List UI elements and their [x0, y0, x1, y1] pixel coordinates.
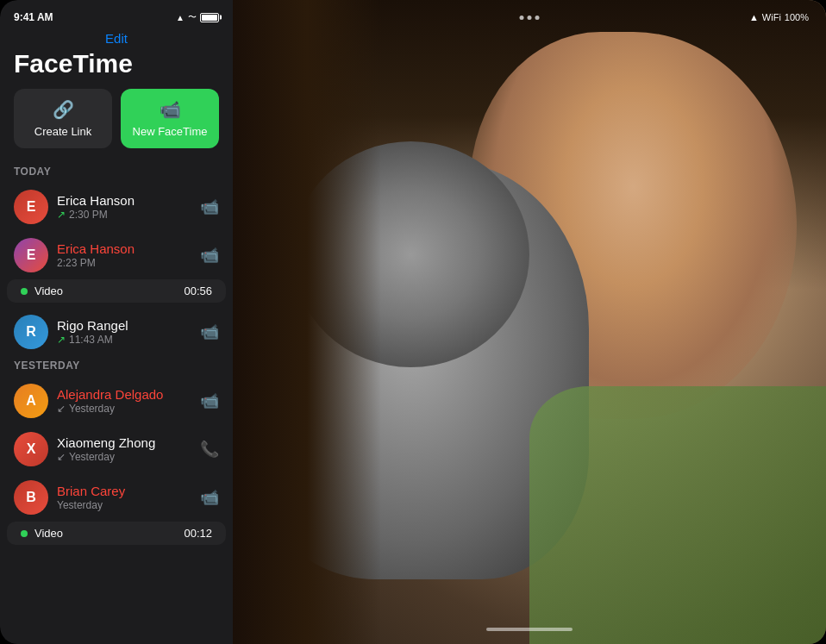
- call-name-alejandra: Alejandra Delgado: [57, 387, 191, 402]
- sidebar: 9:41 AM ▲ 〜 Edit FaceTime 🔗 Create Link …: [0, 0, 233, 644]
- audio-call-action-xiaomeng[interactable]: 📞: [200, 440, 219, 459]
- avatar-rigo: R: [14, 315, 48, 349]
- status-time: 9:41 AM: [14, 11, 53, 23]
- call-info-rigo: Rigo Rangel ↗ 11:43 AM: [57, 318, 191, 346]
- call-info-erica2: Erica Hanson 2:23 PM: [57, 241, 191, 269]
- incoming-arrow-xiaomeng-icon: ↙: [57, 451, 66, 463]
- avatar-erica1: E: [14, 190, 48, 224]
- call-info-brian: Brian Carey Yesterday: [57, 484, 191, 511]
- call-item-rigo[interactable]: R Rigo Rangel ↗ 11:43 AM 📹: [0, 308, 233, 356]
- battery-indicator: [200, 13, 219, 22]
- video-call-action-erica2[interactable]: 📹: [200, 246, 219, 265]
- more-options-dots[interactable]: [520, 16, 540, 20]
- video-call-action-rigo[interactable]: 📹: [200, 322, 219, 341]
- section-today: Today: [0, 162, 233, 183]
- action-buttons: 🔗 Create Link 📹 New FaceTime: [0, 89, 233, 162]
- video-call-icon: 📹: [160, 99, 181, 120]
- video-label-erica2: Video: [34, 284, 177, 297]
- video-duration-brian: 00:12: [184, 527, 212, 540]
- call-time-rigo: 11:43 AM: [69, 334, 113, 346]
- video-duration-erica2: 00:56: [184, 284, 212, 297]
- call-meta-xiaomeng: ↙ Yesterday: [57, 451, 191, 463]
- call-time-brian: Yesterday: [57, 499, 103, 511]
- call-list: Today E Erica Hanson ↗ 2:30 PM 📹: [0, 162, 233, 644]
- video-panel: ▲ WiFi 100%: [233, 0, 826, 644]
- video-timer-brian[interactable]: Video 00:12: [7, 522, 226, 545]
- call-time-xiaomeng: Yesterday: [69, 451, 115, 463]
- wifi-icon: WiFi: [762, 12, 781, 22]
- video-timer-erica2[interactable]: Video 00:56: [7, 279, 226, 303]
- call-item-brian[interactable]: B Brian Carey Yesterday 📹: [0, 473, 233, 522]
- video-background: [233, 0, 826, 644]
- new-facetime-button[interactable]: 📹 New FaceTime: [121, 89, 219, 148]
- signal-icon: ▲: [749, 12, 759, 22]
- video-call-action-brian[interactable]: 📹: [200, 488, 219, 507]
- recording-dot-icon: [21, 288, 28, 295]
- call-name-brian: Brian Carey: [57, 484, 191, 498]
- avatar-brian: B: [14, 480, 48, 515]
- call-time-erica2: 2:23 PM: [57, 257, 96, 269]
- video-call-action-alejandra[interactable]: 📹: [200, 391, 219, 410]
- new-facetime-label: New FaceTime: [133, 125, 208, 138]
- call-time-erica1: 2:30 PM: [69, 209, 108, 221]
- outgoing-arrow-rigo-icon: ↗: [57, 334, 66, 346]
- app-title: FaceTime: [0, 46, 233, 89]
- call-name-erica2: Erica Hanson: [57, 241, 191, 256]
- call-info-alejandra: Alejandra Delgado ↙ Yesterday: [57, 387, 191, 415]
- edit-button[interactable]: Edit: [0, 31, 233, 46]
- app-container: Mesej video dirakam ▲ WiFi: [0, 0, 826, 644]
- call-item-erica1[interactable]: E Erica Hanson ↗ 2:30 PM 📹: [0, 183, 233, 231]
- call-name-erica1: Erica Hanson: [57, 193, 191, 208]
- call-name-rigo: Rigo Rangel: [57, 318, 191, 333]
- call-item-erica2[interactable]: E Erica Hanson 2:23 PM 📹: [0, 231, 233, 279]
- create-link-button[interactable]: 🔗 Create Link: [14, 89, 112, 148]
- resize-handle[interactable]: [228, 0, 233, 644]
- video-call-action-erica1[interactable]: 📹: [200, 197, 219, 216]
- section-yesterday: Yesterday: [0, 356, 233, 377]
- video-status-bar: ▲ WiFi 100%: [749, 12, 809, 22]
- call-meta-rigo: ↗ 11:43 AM: [57, 334, 191, 346]
- battery-icon: 100%: [785, 12, 809, 22]
- call-meta-brian: Yesterday: [57, 499, 191, 511]
- avatar-erica2: E: [14, 238, 48, 272]
- call-name-xiaomeng: Xiaomeng Zhong: [57, 435, 191, 450]
- avatar-xiaomeng: X: [14, 432, 48, 466]
- status-icons: ▲ 〜: [176, 11, 219, 23]
- call-info-xiaomeng: Xiaomeng Zhong ↙ Yesterday: [57, 435, 191, 463]
- call-info-erica1: Erica Hanson ↗ 2:30 PM: [57, 193, 191, 221]
- call-time-alejandra: Yesterday: [69, 403, 115, 415]
- link-icon: 🔗: [53, 99, 74, 120]
- wifi-status-icon: 〜: [188, 11, 197, 23]
- signal-bars-icon: ▲: [176, 13, 185, 22]
- video-label-brian: Video: [34, 527, 177, 540]
- incoming-arrow-alejandra-icon: ↙: [57, 403, 66, 415]
- call-meta-erica2: 2:23 PM: [57, 257, 191, 269]
- call-meta-alejandra: ↙ Yesterday: [57, 403, 191, 415]
- create-link-label: Create Link: [34, 125, 91, 138]
- call-item-alejandra[interactable]: A Alejandra Delgado ↙ Yesterday 📹: [0, 377, 233, 425]
- avatar-alejandra: A: [14, 384, 48, 418]
- recording-dot-brian-icon: [21, 530, 28, 537]
- scroll-indicator: [486, 628, 573, 631]
- call-item-xiaomeng[interactable]: X Xiaomeng Zhong ↙ Yesterday 📞: [0, 425, 233, 473]
- call-meta-erica1: ↗ 2:30 PM: [57, 209, 191, 221]
- outgoing-arrow-icon: ↗: [57, 209, 66, 221]
- status-bar: 9:41 AM ▲ 〜: [0, 0, 233, 31]
